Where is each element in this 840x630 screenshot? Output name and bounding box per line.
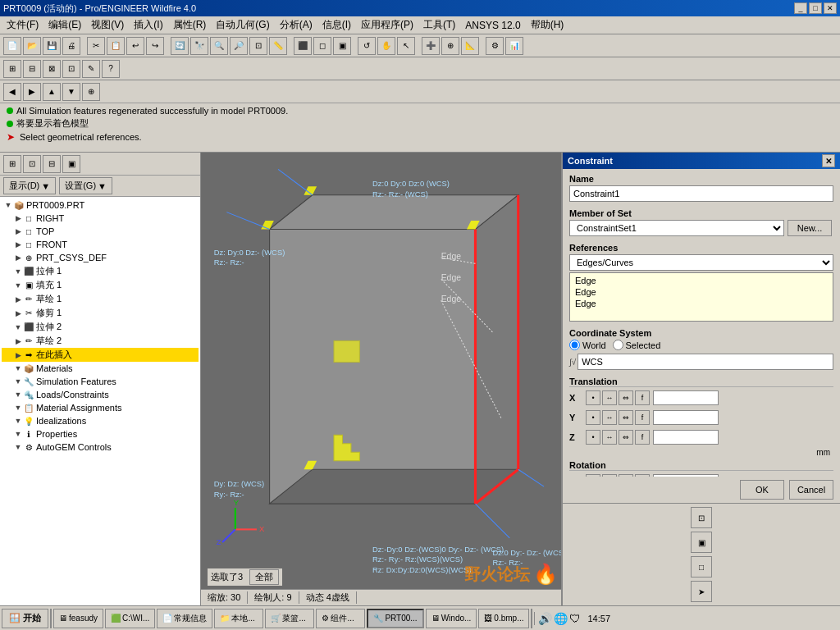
- tb-cut[interactable]: ✂: [87, 37, 105, 55]
- menu-analysis[interactable]: 分析(A): [275, 16, 317, 34]
- tree-expand-properties[interactable]: ▼: [13, 430, 23, 438]
- trans-y-value[interactable]: [653, 410, 719, 425]
- tb-undo[interactable]: ↩: [126, 37, 144, 55]
- tree-expand-materials[interactable]: ▼: [13, 364, 23, 372]
- taskbar-item-2[interactable]: 📄 常规信息: [157, 609, 212, 628]
- tb-datum[interactable]: ➕: [422, 37, 440, 55]
- tb-redo[interactable]: ↪: [146, 37, 164, 55]
- taskbar-item-3[interactable]: 📁 本地...: [214, 609, 263, 628]
- tree-expand-root[interactable]: ▼: [3, 201, 13, 209]
- trans-z-func[interactable]: f: [635, 430, 650, 445]
- tb2-icon[interactable]: ✎: [82, 60, 100, 78]
- tb3-4[interactable]: ▼: [62, 83, 80, 101]
- tree-item-right[interactable]: ▶ □ RIGHT: [2, 212, 199, 225]
- tree-item-materials[interactable]: ▼ 📦 Materials: [2, 362, 199, 375]
- trans-z-fixed[interactable]: •: [586, 430, 600, 445]
- strip-icon-4[interactable]: ➤: [691, 581, 712, 602]
- tb-print[interactable]: 🖨: [62, 37, 80, 55]
- tree-item-extrude1[interactable]: ▼ ⬛ 拉伸 1: [2, 264, 199, 278]
- tb-mesh[interactable]: ⚙: [486, 37, 504, 55]
- menu-view[interactable]: 视图(V): [86, 16, 129, 34]
- tb-repaint[interactable]: 🔄: [171, 37, 189, 55]
- dialog-close-icon[interactable]: ✕: [822, 154, 835, 167]
- tb-orient[interactable]: 🔭: [190, 37, 208, 55]
- tree-expand-right[interactable]: ▶: [13, 214, 23, 222]
- tb-zoomfit[interactable]: ⊡: [249, 37, 267, 55]
- tb3-3[interactable]: ▲: [43, 83, 61, 101]
- strip-icon-1[interactable]: ⊡: [691, 507, 712, 528]
- tree-item-fill1[interactable]: ▼ ▣ 填充 1: [2, 278, 199, 292]
- maximize-button[interactable]: □: [809, 2, 822, 14]
- trans-x-func[interactable]: f: [635, 390, 650, 405]
- tb-copy[interactable]: 📋: [107, 37, 125, 55]
- tb-new[interactable]: 📄: [3, 37, 21, 55]
- tree-item-sketch1[interactable]: ▶ ✏ 草绘 1: [2, 292, 199, 306]
- tb-wireframe[interactable]: ◻: [313, 37, 331, 55]
- trans-x-value[interactable]: [653, 390, 719, 405]
- menu-apps[interactable]: 应用程序(P): [356, 16, 418, 34]
- tree-expand-fill1[interactable]: ▼: [13, 281, 23, 290]
- trans-z-free[interactable]: ↔: [602, 430, 617, 445]
- name-input[interactable]: [569, 185, 833, 202]
- trans-z-value[interactable]: [653, 430, 719, 445]
- menu-properties[interactable]: 属性(R): [168, 16, 212, 34]
- tb-zoom-in[interactable]: 🔍: [210, 37, 228, 55]
- tb-save[interactable]: 💾: [43, 37, 61, 55]
- tree-expand-autogem[interactable]: ▼: [13, 443, 23, 451]
- tb-csys[interactable]: ⊕: [441, 37, 459, 55]
- menu-edit[interactable]: 编辑(E): [43, 16, 86, 34]
- menu-info[interactable]: 信息(I): [317, 16, 356, 34]
- tree-item-simfeatures[interactable]: ▼ 🔧 Simulation Features: [2, 375, 199, 388]
- tree-expand-idealizations[interactable]: ▼: [13, 417, 23, 425]
- cancel-button[interactable]: Cancel: [789, 480, 833, 500]
- tb2-help[interactable]: ?: [102, 60, 120, 78]
- lt-btn4[interactable]: ▣: [62, 155, 80, 173]
- tb-hidden[interactable]: ▣: [333, 37, 351, 55]
- menu-help[interactable]: 帮助(H): [526, 16, 569, 34]
- strip-icon-2[interactable]: ▣: [691, 532, 712, 553]
- display-dropdown[interactable]: 显示(D) ▼: [3, 177, 56, 194]
- tree-expand-front[interactable]: ▶: [13, 240, 23, 249]
- viewport[interactable]: Dz:0 Dy:0 Dz:0 (WCS) Rz:- Rz:- (WCS) Dz:…: [201, 153, 561, 605]
- tree-item-extrude2[interactable]: ▼ ⬛ 拉伸 2: [2, 320, 199, 334]
- trans-x-free[interactable]: ↔: [602, 390, 617, 405]
- taskbar-item-4[interactable]: 🛒 菜篮...: [265, 609, 314, 628]
- tree-expand-matassign[interactable]: ▼: [13, 404, 23, 412]
- tree-item-insert[interactable]: ▶ ➡ 在此插入: [2, 348, 199, 362]
- taskbar-item-0[interactable]: 🖥 feasudy: [53, 609, 103, 628]
- tree-expand-mod1[interactable]: ▶: [13, 309, 23, 317]
- tb-zoom-out[interactable]: 🔎: [230, 37, 248, 55]
- start-button[interactable]: 🪟 开始: [2, 609, 48, 628]
- taskbar-item-8[interactable]: 🖼 0.bmp...: [478, 609, 529, 628]
- ref-type-select[interactable]: Edges/Curves: [569, 254, 833, 271]
- tree-expand-csys[interactable]: ▶: [13, 253, 23, 262]
- menu-autogeom[interactable]: 自动几何(G): [211, 16, 274, 34]
- tb2-4[interactable]: ⊡: [62, 60, 80, 78]
- menu-file[interactable]: 文件(F): [2, 16, 43, 34]
- tb-sim[interactable]: 📊: [505, 37, 523, 55]
- tb-spin[interactable]: ↺: [358, 37, 376, 55]
- tree-expand-extrude1[interactable]: ▼: [13, 267, 23, 276]
- tree-item-matassign[interactable]: ▼ 📋 Material Assignments: [2, 401, 199, 414]
- tree-expand-loads[interactable]: ▼: [13, 390, 23, 399]
- tb-pan[interactable]: ✋: [377, 37, 395, 55]
- trans-y-free[interactable]: ↔: [602, 410, 617, 425]
- taskbar-item-6[interactable]: 🔧 PRT00...: [367, 609, 423, 628]
- ok-button[interactable]: OK: [740, 480, 784, 500]
- taskbar-item-5[interactable]: ⚙ 组件...: [316, 609, 365, 628]
- settings-dropdown[interactable]: 设置(G) ▼: [59, 177, 112, 194]
- tree-item-csys[interactable]: ▶ ⊕ PRT_CSYS_DEF: [2, 251, 199, 264]
- tree-item-sketch2[interactable]: ▶ ✏ 草绘 2: [2, 334, 199, 348]
- tb-open[interactable]: 📂: [23, 37, 41, 55]
- tree-item-loads[interactable]: ▼ 🔩 Loads/Constraints: [2, 388, 199, 401]
- tree-expand-simfeatures[interactable]: ▼: [13, 377, 23, 386]
- tb2-3[interactable]: ⊠: [43, 60, 61, 78]
- menu-tools[interactable]: 工具(T): [418, 16, 460, 34]
- tree-item-idealizations[interactable]: ▼ 💡 Idealizations: [2, 414, 199, 427]
- member-select[interactable]: ConstraintSet1: [569, 220, 784, 236]
- strip-icon-3[interactable]: □: [691, 556, 712, 578]
- tree-item-properties[interactable]: ▼ ℹ Properties: [2, 427, 199, 441]
- trans-x-prescribed[interactable]: ⇔: [619, 390, 633, 405]
- tb-measure[interactable]: 📏: [269, 37, 287, 55]
- trans-y-fixed[interactable]: •: [586, 410, 600, 425]
